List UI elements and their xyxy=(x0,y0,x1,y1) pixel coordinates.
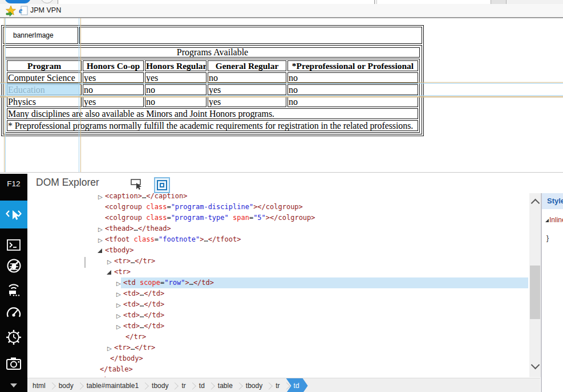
inspector-guide-top-tan xyxy=(0,82,563,83)
column-header: Program xyxy=(7,60,82,71)
devtools-header: DOM Explorer xyxy=(27,174,563,193)
table-cell: yes xyxy=(208,96,286,107)
tree-node[interactable]: ▷<td>…</td> xyxy=(27,321,529,332)
browser-topbar xyxy=(0,0,563,4)
breadcrumb-item[interactable]: table#maintable1 xyxy=(82,378,144,392)
tree-node[interactable]: ▷<td>…</td> xyxy=(27,288,529,299)
svg-text:e: e xyxy=(19,6,22,15)
tree-node[interactable]: <colgroup class="program-discipline"></c… xyxy=(27,202,529,213)
collapsed-arrow-icon[interactable]: ▷ xyxy=(98,224,103,235)
scroll-down-icon[interactable] xyxy=(531,361,540,370)
tree-node[interactable]: ▷<td>…</td> xyxy=(27,299,529,310)
tree-node[interactable]: ▷<tr>…</tr> xyxy=(27,342,529,353)
banner-cell: bannerImage xyxy=(3,27,78,44)
collapsed-arrow-icon[interactable]: ▷ xyxy=(116,321,121,332)
column-header: General Regular xyxy=(208,60,286,71)
layout-table: bannerImage Programs Available ProgramHo… xyxy=(1,25,424,136)
table-cell: no xyxy=(83,84,144,95)
tab-styles[interactable]: Styles xyxy=(542,193,563,209)
breadcrumb-item[interactable]: tbody xyxy=(241,378,268,392)
devtools-title: DOM Explorer xyxy=(36,177,99,189)
back-button[interactable] xyxy=(5,0,31,3)
breadcrumb-item[interactable]: html xyxy=(27,378,51,392)
tab-strip[interactable] xyxy=(376,0,491,4)
collapsed-arrow-icon[interactable]: ▷ xyxy=(98,193,103,202)
tree-node[interactable]: ▷<thead>…</thead> xyxy=(27,223,529,234)
breadcrumb-item[interactable]: body xyxy=(54,378,79,392)
subtree-indicator xyxy=(84,257,86,268)
tree-node[interactable]: ▷<caption>…</caption> xyxy=(27,193,529,202)
sidebar-performance-icon[interactable] xyxy=(0,300,27,325)
tree-node[interactable]: <colgroup class="program-type" span="5">… xyxy=(27,213,529,223)
table-cell: no xyxy=(145,84,206,95)
tree-node[interactable]: </tbody> xyxy=(27,353,529,364)
tree-node[interactable]: </tr> xyxy=(27,332,529,342)
select-element-icon[interactable] xyxy=(130,178,144,191)
scroll-up-icon[interactable] xyxy=(531,199,540,208)
styles-panel: Styles Inline style } xyxy=(542,193,563,392)
column-header: Honors Co-op xyxy=(83,60,144,71)
sidebar-memory-icon[interactable] xyxy=(0,351,27,376)
sidebar-profiler-icon[interactable] xyxy=(0,325,27,350)
inspector-guide-top-blue xyxy=(0,83,563,84)
sidebar-network-icon[interactable] xyxy=(0,276,27,301)
inspector-guide-bottom-tan xyxy=(0,96,563,97)
favorites-bar: e JPM VPN xyxy=(0,4,563,18)
add-favorite-star-icon[interactable] xyxy=(5,5,17,17)
footnote-row: * Preprofessional programs normally fulf… xyxy=(7,120,418,131)
column-header: Honors Regular xyxy=(145,60,206,71)
f12-logo: F12 xyxy=(0,174,27,194)
expanded-arrow-icon[interactable] xyxy=(107,270,111,275)
address-bar[interactable] xyxy=(58,0,375,4)
scrollbar-thumb[interactable] xyxy=(530,266,540,319)
sidebar-more-chevron-icon[interactable] xyxy=(0,380,27,390)
dom-breadcrumb: htmlbodytable#maintable1tbodytrtdtabletb… xyxy=(27,378,540,392)
tree-node[interactable]: <tr> xyxy=(27,267,529,277)
collapsed-arrow-icon[interactable]: ▷ xyxy=(116,278,121,289)
tree-node[interactable]: ▷<td>…</td> xyxy=(27,310,529,321)
collapsed-arrow-icon[interactable]: ▷ xyxy=(107,343,112,354)
banner-empty-cell xyxy=(79,27,422,44)
breadcrumb-item[interactable]: td xyxy=(194,378,210,392)
table-cell: no xyxy=(287,96,418,107)
collapsed-arrow-icon[interactable]: ▷ xyxy=(116,311,121,321)
tree-scrollbar[interactable] xyxy=(529,193,541,377)
browser-viewport: bannerImage Programs Available ProgramHo… xyxy=(0,18,563,172)
sidebar-debugger-icon[interactable] xyxy=(0,253,27,278)
collapsed-arrow-icon[interactable]: ▷ xyxy=(107,256,112,267)
dom-tree: ▷<caption>…</caption><colgroup class="pr… xyxy=(27,193,529,377)
styles-rule-selector[interactable]: Inline style xyxy=(545,216,563,224)
element-highlight-icon[interactable] xyxy=(154,177,170,193)
tree-node[interactable]: </td> xyxy=(27,375,529,378)
expanded-arrow-icon[interactable] xyxy=(98,248,102,253)
f12-devtools: DOM Explorer F12 xyxy=(0,172,563,392)
tree-node[interactable]: ▷<tfoot class="footnote">…</tfoot> xyxy=(27,234,529,245)
tree-node[interactable]: <tbody> xyxy=(27,245,529,256)
ie-page-icon: e xyxy=(19,6,28,15)
table-caption: Programs Available xyxy=(5,47,420,58)
table-row: Physicsyesnoyesno xyxy=(7,96,418,107)
inspector-guide-bottom-blue xyxy=(0,95,563,96)
table-cell: yes xyxy=(83,96,144,107)
tree-node[interactable]: </table> xyxy=(27,364,529,375)
collapsed-arrow-icon[interactable]: ▷ xyxy=(116,300,121,311)
footnote-row: Many disciplines are also available as M… xyxy=(7,108,418,119)
tree-node[interactable]: ▷<tr>…</tr> xyxy=(27,256,529,267)
breadcrumb-item[interactable]: tbody xyxy=(147,378,173,392)
collapsed-arrow-icon[interactable]: ▷ xyxy=(98,235,103,246)
forward-button[interactable] xyxy=(40,0,54,3)
table-cell: Physics xyxy=(7,96,82,107)
inspector-highlight-overlay xyxy=(5,83,80,96)
table-cell: yes xyxy=(208,84,286,95)
expand-triangle-icon xyxy=(545,219,549,222)
tree-node-selected[interactable]: ▷<td scope="row">…</td> xyxy=(27,277,529,288)
column-header: *Preprofessional or Professional xyxy=(287,60,418,71)
table-cell: no xyxy=(145,96,206,107)
new-tab-button[interactable] xyxy=(491,0,507,4)
sidebar-dom-explorer-icon[interactable] xyxy=(0,201,27,228)
breadcrumb-item[interactable]: table xyxy=(213,378,238,392)
table-cell: no xyxy=(287,84,418,95)
collapsed-arrow-icon[interactable]: ▷ xyxy=(116,289,121,300)
devtools-sidebar: F12 xyxy=(0,174,27,392)
favorites-link[interactable]: JPM VPN xyxy=(30,4,61,17)
